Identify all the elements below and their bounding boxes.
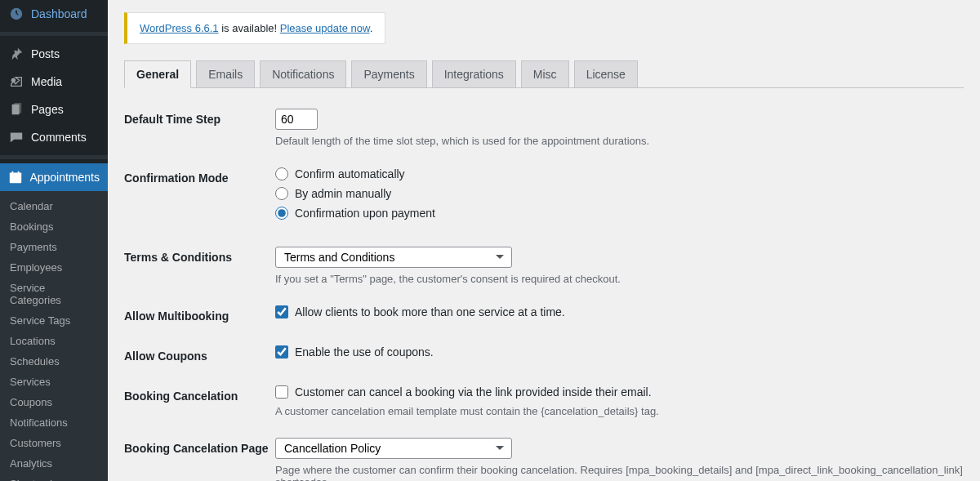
desc-cancelation-page: Page where the customer can confirm thei… [275, 464, 964, 481]
submenu-calendar[interactable]: Calendar [0, 196, 108, 216]
submenu-services[interactable]: Services [0, 372, 108, 392]
main-content: WordPress 6.6.1 is available! Please upd… [108, 0, 980, 481]
sidebar-item-pages[interactable]: Pages [0, 96, 108, 123]
calendar-icon [8, 169, 23, 185]
label-booking-cancelation: Booking Cancelation [124, 385, 275, 403]
check-label: Allow clients to book more than one serv… [295, 305, 565, 318]
pages-icon [8, 101, 24, 118]
svg-rect-5 [12, 171, 14, 175]
sidebar-label: Comments [31, 131, 87, 144]
submenu-analytics[interactable]: Analytics [0, 453, 108, 474]
tab-misc[interactable]: Misc [521, 60, 569, 87]
tab-emails[interactable]: Emails [196, 60, 255, 87]
media-icon [8, 73, 24, 90]
sidebar-separator [0, 32, 108, 36]
update-now-link[interactable]: Please update now [280, 22, 370, 34]
label-coupons: Allow Coupons [124, 345, 275, 363]
label-cancelation-page: Booking Cancelation Page [124, 438, 275, 455]
desc-default-time-step: Default length of the time slot step, wh… [275, 135, 964, 147]
submenu-service-categories[interactable]: Service Categories [0, 278, 108, 310]
submenu-customers[interactable]: Customers [0, 433, 108, 453]
update-notice: WordPress 6.6.1 is available! Please upd… [124, 12, 385, 44]
check-coupons[interactable]: Enable the use of coupons. [275, 345, 964, 359]
svg-rect-2 [14, 103, 21, 114]
check-booking-cancelation-input[interactable] [275, 385, 288, 399]
tab-payments[interactable]: Payments [351, 60, 426, 87]
desc-booking-cancelation: A customer cancelation email template mu… [275, 405, 964, 417]
label-default-time-step: Default Time Step [124, 109, 275, 126]
row-default-time-step: Default Time Step Default length of the … [124, 109, 964, 147]
sidebar-item-appointments[interactable]: Appointments [0, 163, 108, 191]
check-label: Enable the use of coupons. [295, 345, 434, 359]
radio-confirm-auto[interactable]: Confirm automatically [275, 167, 964, 180]
radio-label: Confirmation upon payment [295, 207, 435, 220]
label-multibooking: Allow Multibooking [124, 305, 275, 323]
radio-confirm-manual[interactable]: By admin manually [275, 187, 964, 200]
terms-select-wrap: Terms and Conditions [275, 247, 512, 268]
submenu-service-tags[interactable]: Service Tags [0, 310, 108, 331]
submenu-payments[interactable]: Payments [0, 237, 108, 257]
svg-rect-6 [18, 171, 20, 175]
label-confirmation-mode: Confirmation Mode [124, 167, 275, 185]
sidebar-label: Media [31, 75, 62, 88]
gauge-icon [8, 6, 24, 22]
submenu-shortcodes[interactable]: Shortcodes [0, 474, 108, 481]
tab-integrations[interactable]: Integrations [432, 60, 516, 87]
check-coupons-input[interactable] [275, 345, 288, 359]
notice-text: is available! [219, 22, 280, 34]
comments-icon [8, 129, 24, 145]
cancelation-page-select[interactable]: Cancellation Policy [275, 438, 512, 459]
row-coupons: Allow Coupons Enable the use of coupons. [124, 345, 964, 365]
tab-notifications[interactable]: Notifications [260, 60, 346, 87]
terms-select[interactable]: Terms and Conditions [275, 247, 512, 268]
check-multibooking-input[interactable] [275, 305, 288, 318]
svg-rect-4 [10, 173, 21, 176]
check-label: Customer can cancel a booking via the li… [295, 385, 652, 399]
radio-label: Confirm automatically [295, 167, 405, 180]
row-multibooking: Allow Multibooking Allow clients to book… [124, 305, 964, 325]
row-confirmation-mode: Confirmation Mode Confirm automatically … [124, 167, 964, 226]
sidebar-item-media[interactable]: Media [0, 68, 108, 96]
submenu-bookings[interactable]: Bookings [0, 216, 108, 237]
sidebar-label: Dashboard [31, 7, 87, 20]
label-terms: Terms & Conditions [124, 247, 275, 264]
submenu-employees[interactable]: Employees [0, 257, 108, 278]
sidebar-item-dashboard[interactable]: Dashboard [0, 0, 108, 28]
tab-license[interactable]: License [574, 60, 638, 87]
radio-label: By admin manually [295, 187, 391, 200]
wp-version-link[interactable]: WordPress 6.6.1 [140, 22, 219, 34]
check-multibooking[interactable]: Allow clients to book more than one serv… [275, 305, 964, 318]
notice-suffix: . [370, 22, 373, 34]
settings-tabs: General Emails Notifications Payments In… [124, 60, 964, 88]
row-booking-cancelation: Booking Cancelation Customer can cancel … [124, 385, 964, 417]
cancelation-page-select-wrap: Cancellation Policy [275, 438, 512, 459]
sidebar-item-comments[interactable]: Comments [0, 123, 108, 151]
submenu-notifications[interactable]: Notifications [0, 412, 108, 433]
default-time-step-input[interactable] [275, 109, 318, 130]
check-booking-cancelation[interactable]: Customer can cancel a booking via the li… [275, 385, 964, 399]
sidebar-submenu: Calendar Bookings Payments Employees Ser… [0, 191, 108, 481]
radio-confirm-auto-input[interactable] [275, 167, 288, 180]
radio-confirm-manual-input[interactable] [275, 187, 288, 200]
sidebar-label: Pages [31, 103, 64, 116]
radio-confirm-payment[interactable]: Confirmation upon payment [275, 207, 964, 220]
submenu-locations[interactable]: Locations [0, 331, 108, 351]
sidebar-separator [0, 155, 108, 159]
row-terms: Terms & Conditions Terms and Conditions … [124, 247, 964, 285]
pin-icon [8, 46, 24, 62]
submenu-schedules[interactable]: Schedules [0, 351, 108, 372]
sidebar-label: Appointments [29, 171, 100, 184]
admin-sidebar: Dashboard Posts Media Pages Comments App… [0, 0, 108, 481]
submenu-coupons[interactable]: Coupons [0, 392, 108, 412]
tab-general[interactable]: General [124, 60, 191, 88]
radio-confirm-payment-input[interactable] [275, 207, 288, 220]
sidebar-item-posts[interactable]: Posts [0, 40, 108, 68]
sidebar-label: Posts [31, 47, 60, 60]
row-cancelation-page: Booking Cancelation Page Cancellation Po… [124, 438, 964, 481]
desc-terms: If you set a "Terms" page, the customer'… [275, 273, 964, 285]
